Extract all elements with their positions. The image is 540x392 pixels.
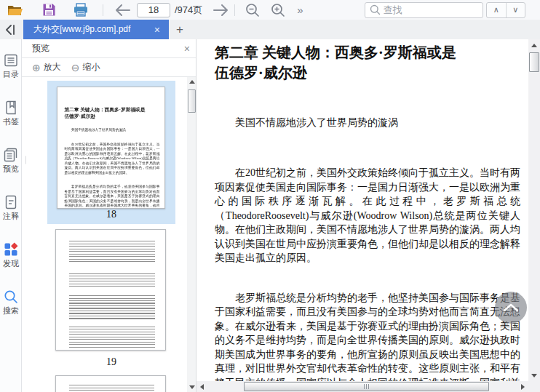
thumbnail-page-number: 19 [47, 356, 175, 368]
sidebar-item-label: 预览 [0, 164, 22, 175]
find-box [365, 2, 483, 18]
scroll-right-button[interactable] [517, 381, 528, 392]
find-input[interactable] [384, 4, 471, 15]
print-icon [74, 3, 88, 17]
new-tab-button[interactable]: + [169, 23, 191, 37]
preview-scrollbar[interactable] [187, 77, 196, 392]
grip-mark [368, 384, 369, 389]
triangle-up-icon [189, 80, 195, 84]
tab-close-icon[interactable]: × [151, 24, 163, 36]
back-to-top-button[interactable] [495, 292, 527, 324]
zoom-out-button[interactable] [245, 3, 260, 17]
find-next-button[interactable]: ∨ [506, 3, 525, 17]
sidebar-item-discover[interactable]: 发现 [0, 241, 22, 269]
mini-text-block [69, 295, 155, 321]
scroll-up-button[interactable] [528, 39, 540, 51]
zoom-out-label: 缩小 [82, 61, 100, 73]
mini-text-block [69, 241, 155, 264]
triangle-right-icon [521, 384, 525, 390]
open-folder-icon [7, 4, 23, 17]
chevron-up-icon [503, 303, 519, 312]
print-button[interactable] [74, 3, 88, 17]
collapse-tabs-button[interactable] [0, 25, 20, 35]
preview-scroll-down-button[interactable] [187, 383, 196, 392]
preview-zoom-toolbar: ⊕ 放大 ⊖ 缩小 [22, 58, 196, 77]
zoom-out-icon [245, 3, 260, 17]
tab-title: 大外交[www.j9p.com].pdf [33, 23, 151, 36]
scroll-down-button[interactable] [528, 369, 540, 381]
open-file-button[interactable] [7, 4, 23, 17]
horizontal-scrollbar[interactable] [196, 381, 528, 392]
save-icon [42, 3, 56, 17]
mini-text-block [69, 273, 155, 287]
top-toolbar: /974页 » [0, 0, 540, 20]
scroll-left-button[interactable] [196, 381, 207, 392]
mini-paragraph-2: 老罗斯福总统是分析均势的老手，他坚持美国参与国际事务是基于国家利益需要，而且没有… [64, 184, 159, 209]
mini-text-block [69, 385, 154, 391]
search-icon [370, 4, 381, 15]
find-previous-button[interactable]: ∧ [487, 3, 506, 17]
previous-page-button[interactable] [115, 4, 131, 16]
pdf-page: 第二章 关键人物：西奥多·罗斯福或是 伍德罗·威尔逊 美国不情愿地涉入了世界局势… [196, 42, 528, 381]
sidebar-item-toc[interactable]: 目录 [0, 52, 22, 80]
vertical-scrollbar-thumb[interactable] [529, 52, 539, 72]
toolbar-separator [103, 4, 103, 16]
chapter-title: 第二章 关键人物：西奥多·罗斯福或是 伍德罗·威尔逊 [215, 42, 514, 83]
horizontal-scrollbar-thumb[interactable] [244, 382, 489, 391]
page-number-input[interactable] [137, 3, 170, 17]
chevron-left-bar-icon [4, 25, 16, 35]
find-nav-group: ∧ ∨ [486, 2, 525, 18]
triangle-up-icon [531, 44, 537, 47]
preview-close-icon[interactable]: × [184, 43, 190, 55]
zoom-in-label: 放大 [44, 61, 61, 73]
forward-arrow-icon [213, 4, 229, 16]
paragraph-1: 在20世纪初之前，美国外交政策始终倾向于孤立主义。当时有两项因素促使美国走向国际… [215, 166, 520, 265]
thumbnail-zoom-out-button[interactable]: ⊖ 缩小 [71, 61, 100, 73]
zoom-out-circle-icon: ⊖ [71, 62, 80, 73]
preview-scroll-up-button[interactable] [187, 77, 196, 87]
thumbnail-page-number: 18 [47, 209, 175, 220]
sidebar-item-label: 书签 [0, 116, 22, 127]
bookmark-icon [3, 100, 19, 116]
thumbnail-page-20[interactable] [55, 375, 166, 392]
thumbnail-page-19[interactable] [55, 229, 166, 351]
pdf-reader-window: /974页 » [0, 0, 540, 392]
sidebar-item-annotations[interactable]: 注释 [0, 194, 22, 222]
grip-mark [364, 384, 365, 389]
grip-mark [366, 384, 367, 389]
preview-panel: 预览 × ⊕ 放大 ⊖ 缩小 第二章 关键人物：西奥多·罗斯福或是 伍德罗·威尔… [22, 39, 196, 392]
preview-panel-header: 预览 × [22, 39, 196, 58]
scrollbar-corner [528, 381, 540, 392]
save-button[interactable] [42, 3, 56, 17]
tab-bar: 大外交[www.j9p.com].pdf × + [0, 20, 540, 39]
sidebar-item-label: 注释 [0, 211, 22, 222]
panel-notch [22, 156, 25, 164]
thumbnail-zoom-in-button[interactable]: ⊕ 放大 [32, 61, 61, 73]
section-subtitle: 美国不情愿地涉入了世界局势的漩涡 [215, 116, 514, 129]
toolbar-separator [234, 4, 235, 16]
thumbnail-page-18[interactable]: 第二章 关键人物：西奥多·罗斯福或是 伍德罗·威尔逊 美国不情愿地涉入了世界局势… [57, 87, 165, 209]
zoom-in-button[interactable] [271, 3, 285, 17]
discover-icon [3, 241, 19, 257]
mini-subtitle: 美国不情愿地涉入了世界局势的漩涡 [64, 127, 160, 132]
sidebar-item-search[interactable]: 搜索 [0, 289, 22, 316]
preview-scrollbar-thumb[interactable] [188, 89, 196, 113]
document-tab[interactable]: 大外交[www.j9p.com].pdf × [23, 20, 169, 39]
sidebar-item-preview[interactable]: 预览 [0, 147, 22, 175]
triangle-left-icon [200, 384, 204, 390]
paragraph-2: 老罗斯福总统是分析均势的老手，他坚持美国参与国际事务是基于国家利益需要，而且没有… [215, 291, 520, 382]
next-page-button[interactable] [213, 4, 229, 16]
document-view[interactable]: 第二章 关键人物：西奥多·罗斯福或是 伍德罗·威尔逊 美国不情愿地涉入了世界局势… [196, 39, 528, 381]
vertical-scrollbar[interactable] [528, 39, 540, 381]
navigation-sidebar: 目录 书签 预览 注释 [0, 39, 22, 392]
sidebar-item-label: 发现 [0, 258, 22, 269]
find-group: ∧ ∨ [365, 2, 525, 18]
mini-text-block [69, 327, 155, 348]
zoom-in-icon [271, 3, 285, 17]
sidebar-item-bookmarks[interactable]: 书签 [0, 100, 22, 127]
thumbnail-18-content: 第二章 关键人物：西奥多·罗斯福或是 伍德罗·威尔逊 美国不情愿地涉入了世界局势… [57, 106, 165, 209]
more-tools-button[interactable]: » [293, 4, 307, 16]
toc-icon [3, 52, 19, 68]
mini-paragraph-1: 在20世纪初之前，美国外交政策始终倾向于孤立主义。当时有两项因素促使美国走向国际… [64, 142, 159, 175]
triangle-down-icon [531, 374, 537, 377]
